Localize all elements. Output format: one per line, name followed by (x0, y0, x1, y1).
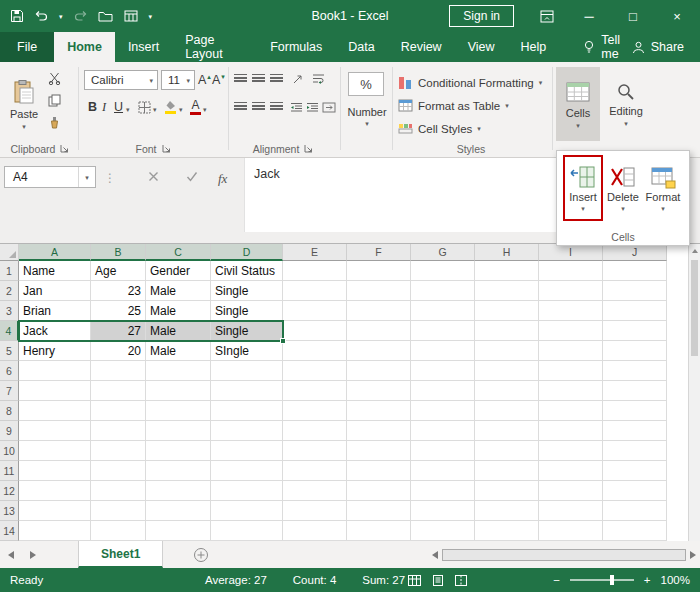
cell-A8[interactable] (19, 401, 91, 421)
cell-B14[interactable] (91, 521, 146, 541)
cell-I3[interactable] (539, 301, 603, 321)
cell-C4[interactable]: Male (146, 321, 211, 341)
sign-in-button[interactable]: Sign in (449, 5, 514, 27)
cell-B1[interactable]: Age (91, 261, 146, 281)
cell-B9[interactable] (91, 421, 146, 441)
open-folder-icon[interactable] (98, 10, 113, 22)
cell-E4[interactable] (283, 321, 347, 341)
cell-F12[interactable] (347, 481, 411, 501)
normal-view-icon[interactable] (408, 575, 421, 586)
cell-E11[interactable] (283, 461, 347, 481)
undo-dropdown-icon[interactable]: ▾ (59, 13, 63, 20)
tab-home[interactable]: Home (54, 32, 115, 62)
cell-E14[interactable] (283, 521, 347, 541)
cell-E3[interactable] (283, 301, 347, 321)
font-name-select[interactable]: Calibri ▾ (84, 70, 158, 90)
cell-C13[interactable] (146, 501, 211, 521)
cells-button[interactable]: Cells ▾ (556, 67, 600, 141)
cell-F8[interactable] (347, 401, 411, 421)
cell-F2[interactable] (347, 281, 411, 301)
align-top-icon[interactable] (234, 74, 247, 84)
cell-G5[interactable] (411, 341, 475, 361)
underline-dropdown-icon[interactable]: ▾ (126, 106, 130, 113)
cell-H13[interactable] (475, 501, 539, 521)
cell-A6[interactable] (19, 361, 91, 381)
cell-A3[interactable]: Brian (19, 301, 91, 321)
cell-C10[interactable] (146, 441, 211, 461)
row-header-4[interactable]: 4 (0, 321, 19, 341)
cell-A11[interactable] (19, 461, 91, 481)
scroll-right-icon[interactable] (690, 551, 696, 559)
cell-C1[interactable]: Gender (146, 261, 211, 281)
cell-C5[interactable]: Male (146, 341, 211, 361)
italic-button[interactable]: I (102, 100, 106, 115)
cell-F6[interactable] (347, 361, 411, 381)
save-icon[interactable] (10, 9, 24, 23)
cell-C3[interactable]: Male (146, 301, 211, 321)
redo-icon[interactable] (74, 10, 87, 22)
cell-A14[interactable] (19, 521, 91, 541)
fill-color-icon[interactable] (164, 100, 177, 114)
cell-styles-button[interactable]: Cell Styles ▾ (398, 118, 481, 139)
cell-D6[interactable] (211, 361, 283, 381)
tab-insert[interactable]: Insert (115, 32, 172, 62)
table-icon[interactable] (124, 10, 138, 22)
row-header-5[interactable]: 5 (0, 341, 19, 361)
cell-A2[interactable]: Jan (19, 281, 91, 301)
row-header-12[interactable]: 12 (0, 481, 19, 501)
fill-color-dropdown-icon[interactable]: ▾ (179, 106, 183, 113)
paste-button[interactable]: Paste ▾ (6, 67, 42, 141)
cell-G8[interactable] (411, 401, 475, 421)
cell-D7[interactable] (211, 381, 283, 401)
align-bottom-icon[interactable] (270, 74, 283, 84)
cell-G3[interactable] (411, 301, 475, 321)
underline-button[interactable]: U (114, 100, 123, 114)
close-button[interactable]: × (668, 9, 686, 24)
cell-H2[interactable] (475, 281, 539, 301)
cell-H3[interactable] (475, 301, 539, 321)
cell-F3[interactable] (347, 301, 411, 321)
cell-C7[interactable] (146, 381, 211, 401)
column-header-A[interactable]: A (19, 244, 91, 261)
cell-H10[interactable] (475, 441, 539, 461)
cell-D11[interactable] (211, 461, 283, 481)
cut-icon[interactable] (48, 72, 61, 85)
column-header-J[interactable]: J (603, 244, 667, 261)
column-header-G[interactable]: G (411, 244, 475, 261)
row-header-11[interactable]: 11 (0, 461, 19, 481)
undo-icon[interactable] (35, 10, 48, 22)
column-header-C[interactable]: C (146, 244, 211, 261)
cell-F11[interactable] (347, 461, 411, 481)
font-size-select[interactable]: 11 ▾ (161, 70, 195, 90)
row-header-14[interactable]: 14 (0, 521, 19, 541)
cell-I12[interactable] (539, 481, 603, 501)
cell-A5[interactable]: Henry (19, 341, 91, 361)
tab-data[interactable]: Data (335, 32, 387, 62)
decrease-indent-icon[interactable] (290, 102, 303, 113)
cell-E8[interactable] (283, 401, 347, 421)
cell-D1[interactable]: Civil Status (211, 261, 283, 281)
tab-view[interactable]: View (455, 32, 508, 62)
name-box-dropdown-icon[interactable]: ▾ (85, 174, 89, 181)
cell-D2[interactable]: Single (211, 281, 283, 301)
cell-I2[interactable] (539, 281, 603, 301)
cell-I14[interactable] (539, 521, 603, 541)
cell-D5[interactable]: SIngle (211, 341, 283, 361)
cell-D13[interactable] (211, 501, 283, 521)
cell-J11[interactable] (603, 461, 667, 481)
copy-icon[interactable] (48, 94, 61, 107)
cell-B4[interactable]: 27 (91, 321, 146, 341)
cell-E12[interactable] (283, 481, 347, 501)
format-painter-icon[interactable] (48, 116, 61, 129)
align-right-icon[interactable] (270, 102, 283, 112)
cell-E2[interactable] (283, 281, 347, 301)
next-sheet-icon[interactable] (22, 541, 44, 568)
font-dialog-launcher-icon[interactable] (162, 144, 171, 153)
name-box[interactable]: A4 ▾ (4, 166, 96, 188)
cell-B2[interactable]: 23 (91, 281, 146, 301)
cell-H4[interactable] (475, 321, 539, 341)
cell-C9[interactable] (146, 421, 211, 441)
cell-I8[interactable] (539, 401, 603, 421)
editing-button[interactable]: Editing ▾ (604, 67, 648, 141)
conditional-formatting-button[interactable]: Conditional Formatting ▾ (398, 72, 542, 93)
